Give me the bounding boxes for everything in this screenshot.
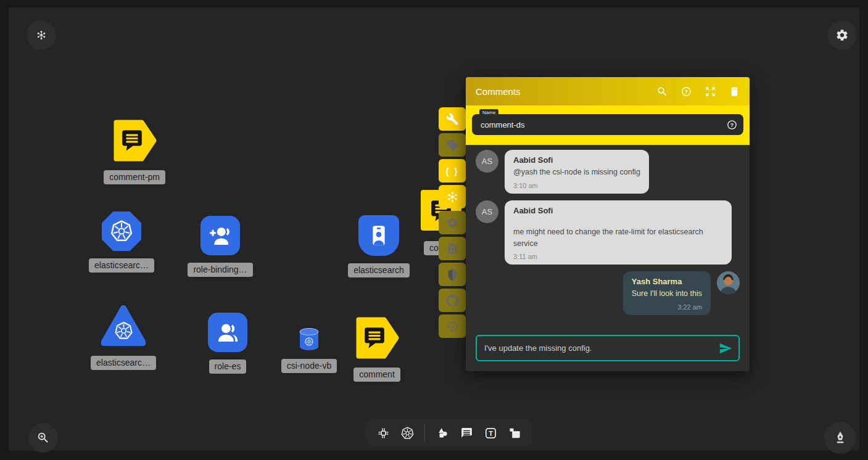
pen-nib-icon: [832, 430, 848, 446]
node-label: comment-pm: [104, 170, 165, 184]
message-author: Aabid Sofi: [513, 206, 723, 215]
message-bubble: Aabid Sofi me might need to change the r…: [505, 200, 732, 265]
send-icon: [719, 342, 732, 355]
message-author: Aabid Sofi: [513, 155, 640, 165]
octagon-shape: [102, 212, 141, 251]
avatar-photo: [717, 271, 740, 294]
pen-tool-button[interactable]: [824, 422, 856, 454]
message-row: Yash Sharma Sure I'll look into this 3:2…: [476, 271, 740, 315]
delete-button[interactable]: [727, 84, 741, 98]
inspect-doc-tool-button[interactable]: [439, 237, 466, 260]
shapes-icon: [436, 426, 450, 440]
node-csi-node-vb[interactable]: csi-node-vb: [297, 327, 321, 373]
bottom-toolbar: [365, 419, 532, 447]
expand-icon: [705, 86, 716, 97]
node-label: csi-node-vb: [281, 359, 337, 373]
node-elasticsearch-triangle[interactable]: elasticsearc…: [101, 304, 146, 370]
toolbar-divider: [424, 424, 425, 442]
trash-icon: [729, 86, 740, 97]
comments-panel-header[interactable]: Comments: [466, 77, 750, 105]
comment-tool-button[interactable]: [457, 424, 476, 442]
rounded-square-shape: [200, 216, 240, 255]
settings-tool-button[interactable]: [439, 211, 466, 234]
zoom-in-button[interactable]: [28, 423, 58, 453]
doc-search-icon: [446, 242, 459, 255]
name-field-label: Name: [479, 109, 498, 117]
component-graph-tool-button[interactable]: [374, 424, 392, 442]
user-portrait: [717, 271, 740, 294]
wrench-icon: [446, 113, 459, 126]
message-time: 3:11 am: [513, 253, 723, 260]
pentagon-shape: [355, 316, 399, 360]
configure-tool-button[interactable]: [439, 107, 466, 131]
text-tool-icon: [484, 426, 498, 440]
name-help-button[interactable]: [725, 118, 738, 131]
text-tool-button[interactable]: [481, 424, 500, 442]
note-icon: [508, 426, 522, 440]
message-text: Sure I'll look into this: [632, 288, 702, 300]
message-row: AS Aabid Sofi me might need to change th…: [476, 200, 740, 265]
id-badge-icon: [366, 223, 392, 248]
tag-icon: [446, 139, 459, 152]
node-role-binding[interactable]: role-binding…: [200, 216, 240, 277]
node-elasticsearch-octagon[interactable]: elasticsearc…: [102, 212, 141, 273]
message-time: 3:22 am: [632, 303, 702, 311]
node-label: elasticsearc…: [89, 258, 154, 273]
comment-input[interactable]: [477, 343, 716, 353]
search-icon: [656, 86, 668, 97]
node-elasticsearch-serviceaccount[interactable]: elasticsearch: [358, 215, 399, 277]
hub-flower-icon: [446, 191, 459, 203]
expand-panel-button[interactable]: [703, 84, 717, 98]
user-plus-icon: [207, 223, 233, 248]
settings-button[interactable]: [827, 20, 857, 50]
node-comment-pm[interactable]: comment-pm: [112, 118, 157, 184]
badge-shape: [358, 215, 399, 256]
design-canvas[interactable]: comment-pm elasticsearc… role-binding… e…: [9, 7, 859, 451]
hub-tool-button[interactable]: [439, 185, 466, 208]
avatar: AS: [476, 150, 498, 173]
shield-icon: [446, 268, 459, 281]
braces-icon: { }: [445, 166, 459, 176]
send-button[interactable]: [716, 339, 735, 358]
node-label: role-es: [209, 359, 247, 374]
security-tool-button[interactable]: [439, 263, 466, 286]
node-label: elasticsearch: [348, 263, 410, 277]
node-role-es[interactable]: role-es: [208, 313, 247, 374]
help-icon: [726, 119, 738, 131]
node-label: elasticsearc…: [91, 356, 156, 370]
triangle-shape: [101, 304, 146, 348]
history-icon: [446, 320, 459, 333]
name-input[interactable]: [472, 120, 725, 129]
node-label: comment: [353, 368, 400, 382]
zoom-in-icon: [36, 431, 50, 445]
search-comments-button[interactable]: [655, 84, 669, 98]
gear-icon: [446, 216, 459, 229]
tag-tool-button[interactable]: [439, 133, 466, 157]
github-tool-button[interactable]: [439, 289, 466, 312]
pentagon-shape: [112, 118, 157, 163]
comments-panel: Comments: [466, 77, 750, 371]
kubernetes-icon: [109, 219, 134, 244]
help-icon: [680, 86, 692, 97]
kubernetes-components-button[interactable]: [398, 424, 416, 442]
help-button[interactable]: [679, 84, 693, 98]
gear-icon: [835, 28, 849, 42]
message-row: AS Aabid Sofi @yash the csi-node is miss…: [476, 150, 740, 194]
json-tool-button[interactable]: { }: [439, 159, 466, 183]
users-icon: [215, 319, 241, 345]
message-text: @yash the csi-node is missing config: [513, 166, 640, 178]
messages-list[interactable]: AS Aabid Sofi @yash the csi-node is miss…: [466, 145, 750, 327]
github-icon: [446, 294, 459, 307]
note-tool-button[interactable]: [505, 424, 524, 442]
comment-composer: [476, 335, 740, 361]
flower-hub-icon: [36, 30, 47, 41]
message-text: me might need to change the rate-limit f…: [513, 226, 723, 250]
side-toolbar: { }: [439, 107, 466, 338]
node-comment[interactable]: comment: [355, 316, 399, 382]
panel-actions: [655, 84, 741, 98]
app-logo-button[interactable]: [27, 20, 56, 50]
shapes-tool-button[interactable]: [433, 424, 452, 442]
message-bubble: Aabid Sofi @yash the csi-node is missing…: [505, 150, 649, 194]
history-tool-button[interactable]: [439, 314, 466, 338]
message-author: Yash Sharma: [632, 277, 702, 286]
